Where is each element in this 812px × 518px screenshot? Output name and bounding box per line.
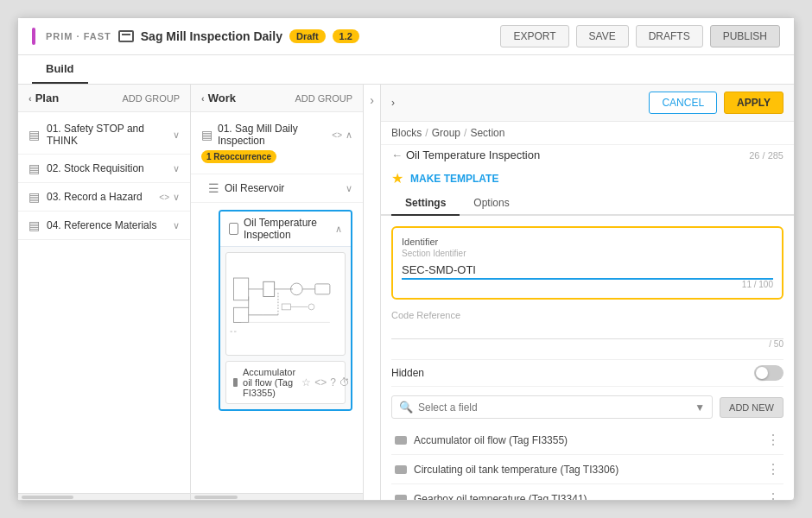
chevron-down-stock: ∨ <box>173 163 180 174</box>
oil-temp-section-container: Oil Temperature Inspection ∧ <box>191 203 363 418</box>
field-item-label-2: Gearbox oil temperature (Tag TI3341) <box>414 493 587 501</box>
nav-arrow-panel: › <box>364 85 381 500</box>
accumulator-item[interactable]: Accumulator oil flow (Tag FI3355) ☆ <> ?… <box>225 361 346 404</box>
code-ref-input-area[interactable] <box>391 322 783 339</box>
identifier-char-count: 11 / 100 <box>402 280 773 289</box>
accumulator-label: Accumulator oil flow (Tag FI3355) <box>243 367 301 398</box>
oil-reservoir-label: Oil Reservoir <box>225 182 284 194</box>
work-chevron: ∧ <box>346 130 352 141</box>
add-new-button[interactable]: ADD NEW <box>720 397 783 418</box>
make-template-row: ★ MAKE TEMPLATE <box>381 165 794 192</box>
plan-scrollbar[interactable] <box>22 496 73 499</box>
identifier-sub-label: Section Identifier <box>402 249 773 258</box>
work-code-icon: <> <box>332 130 342 140</box>
settings-action-buttons: CANCEL APPLY <box>649 92 783 114</box>
plan-items: ▤ 01. Safety STOP and THINK ∨ ▤ 02. Stoc… <box>18 112 190 493</box>
plan-item-label-stock: 02. Stock Requisition <box>47 162 144 174</box>
work-scrollbar[interactable] <box>194 496 238 499</box>
plan-item-label-safety: 01. Safety STOP and THINK <box>47 123 173 147</box>
template-star-icon: ★ <box>391 170 403 186</box>
hidden-row: Hidden <box>391 359 783 387</box>
oil-reservoir-chevron: ∨ <box>346 183 352 194</box>
section-diagram: = = <box>225 252 346 356</box>
field-item-1[interactable]: Circulating oil tank temperature (Tag TI… <box>391 455 783 484</box>
plan-panel-title: ‹ Plan <box>29 92 59 104</box>
plan-item-stock[interactable]: ▤ 02. Stock Requisition ∨ <box>18 155 190 183</box>
tab-build[interactable]: Build <box>32 55 88 84</box>
breadcrumb-section: Section <box>470 127 504 139</box>
plan-add-group[interactable]: ADD GROUP <box>122 93 180 104</box>
work-section-header: Oil Temperature Inspection ∧ <box>220 212 351 247</box>
identifier-section: Identifier Section Identifier 11 / 100 <box>391 226 783 300</box>
field-item-menu-1[interactable]: ⋮ <box>766 461 780 477</box>
field-item-icon-1 <box>395 465 407 474</box>
plan-item-safety[interactable]: ▤ 01. Safety STOP and THINK ∨ <box>18 116 190 155</box>
tab-settings[interactable]: Settings <box>391 192 460 216</box>
plan-panel-header: ‹ Plan ADD GROUP <box>18 85 190 112</box>
draft-badge: Draft <box>289 29 326 43</box>
acc-clock[interactable]: ⏱ <box>339 376 350 388</box>
plan-chevron-left[interactable]: ‹ <box>29 93 32 104</box>
work-item-oil-reservoir[interactable]: ☰ Oil Reservoir ∨ <box>191 174 363 203</box>
code-ref-section: Code Reference / 50 <box>391 310 783 349</box>
plan-item-hazard[interactable]: ▤ 03. Record a Hazard <> ∨ <box>18 183 190 212</box>
field-search-input[interactable] <box>418 401 689 414</box>
field-item-menu-0[interactable]: ⋮ <box>766 432 780 448</box>
drafts-button[interactable]: DRAFTS <box>636 25 703 47</box>
field-item-menu-2[interactable]: ⋮ <box>766 490 780 500</box>
field-search-container[interactable]: 🔍 ▼ <box>391 395 713 419</box>
acc-code[interactable]: <> <box>314 376 327 388</box>
export-button[interactable]: EXPORT <box>500 25 568 47</box>
hidden-toggle[interactable] <box>754 365 783 381</box>
breadcrumb-blocks: Blocks <box>391 127 422 139</box>
breadcrumb-group: Group <box>432 127 460 139</box>
field-item-label-0: Accumulator oil flow (Tag FI3355) <box>414 434 568 446</box>
work-items: ▤ 01. Sag Mill Daily Inspection <> ∧ 1 R… <box>191 112 363 493</box>
plan-item-label-ref: 04. Reference Materials <box>47 219 156 231</box>
main-content: ‹ Plan ADD GROUP ▤ 01. Safety STOP and T… <box>18 85 794 500</box>
work-section-body: = = Accumulator oil flow (Tag FI3355) <box>220 247 351 409</box>
plan-panel: ‹ Plan ADD GROUP ▤ 01. Safety STOP and T… <box>18 85 191 500</box>
make-template-button[interactable]: MAKE TEMPLATE <box>410 173 498 185</box>
settings-header: › CANCEL APPLY <box>381 85 794 122</box>
settings-inner-tabs: Settings Options <box>381 192 794 216</box>
acc-help[interactable]: ? <box>330 376 336 388</box>
plan-item-label-hazard: 03. Record a Hazard <box>47 191 143 203</box>
back-arrow[interactable]: ← <box>391 148 403 161</box>
acc-icon <box>233 378 238 387</box>
field-item-icon-0 <box>395 436 407 445</box>
breadcrumb-sep-2: / <box>464 127 466 139</box>
identifier-input[interactable] <box>402 262 773 280</box>
settings-content: Identifier Section Identifier 11 / 100 C… <box>381 216 794 500</box>
acc-star[interactable]: ☆ <box>301 376 311 388</box>
folder-icon-ref: ▤ <box>29 218 40 232</box>
work-section-oil-temp: Oil Temperature Inspection ∧ <box>219 210 352 411</box>
work-panel-title: ‹ Work <box>201 92 236 104</box>
section-page-count: 26 / 285 <box>749 150 783 161</box>
settings-nav: › <box>391 97 395 109</box>
save-button[interactable]: SAVE <box>576 25 629 47</box>
field-item-2[interactable]: Gearbox oil temperature (Tag TI3341) ⋮ <box>391 484 783 500</box>
chevron-down-safety: ∨ <box>173 130 180 141</box>
title-bar-left: PRIM · FAST Sag Mill Inspection Daily Dr… <box>32 28 359 45</box>
app-accent <box>32 28 35 45</box>
folder-icon-hazard: ▤ <box>29 190 40 204</box>
work-item-daily[interactable]: ▤ 01. Sag Mill Daily Inspection <> ∧ 1 R… <box>191 116 363 174</box>
svg-rect-1 <box>234 307 249 322</box>
section-name: Oil Temperature Inspection <box>406 148 540 161</box>
field-item-0[interactable]: Accumulator oil flow (Tag FI3355) ⋮ <box>391 426 783 455</box>
settings-panel: › CANCEL APPLY Blocks / Group / Section <box>381 85 794 500</box>
title-bar: PRIM · FAST Sag Mill Inspection Daily Dr… <box>18 18 794 55</box>
cancel-button[interactable]: CANCEL <box>649 92 717 114</box>
svg-rect-4 <box>263 281 275 296</box>
work-panel-header: ‹ Work ADD GROUP <box>191 85 363 112</box>
work-add-group[interactable]: ADD GROUP <box>295 93 352 104</box>
plan-item-ref[interactable]: ▤ 04. Reference Materials ∨ <box>18 212 190 240</box>
reoccurrence-badge: 1 Reoccurrence <box>201 150 276 163</box>
apply-button[interactable]: APPLY <box>724 92 783 114</box>
work-chevron-left[interactable]: ‹ <box>201 93 205 104</box>
publish-button[interactable]: PUBLISH <box>710 25 780 47</box>
tab-options[interactable]: Options <box>460 192 523 216</box>
nav-right-arrow[interactable]: › <box>370 93 374 107</box>
doc-title-group: Sag Mill Inspection Daily Draft 1.2 <box>118 29 359 43</box>
